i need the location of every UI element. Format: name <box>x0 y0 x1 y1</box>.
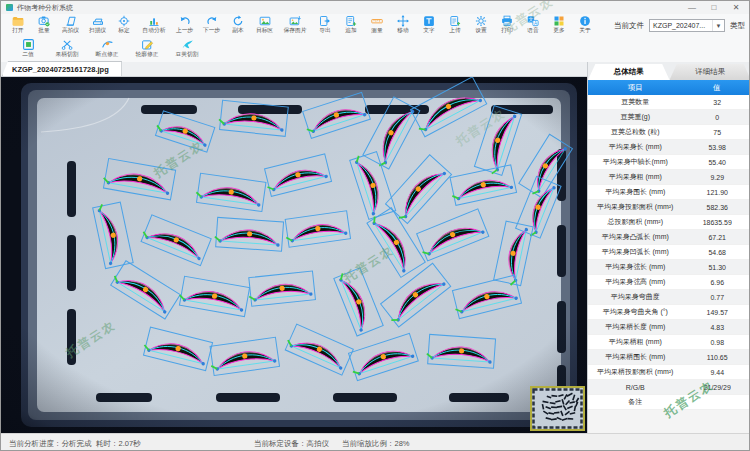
results-tab-0[interactable]: 总体结果 <box>588 64 670 80</box>
redo-icon <box>206 15 218 27</box>
results-table: 豆荚数量32豆荚重(g)0豆荚总粒数 (粒)75平均果身长 (mm)53.98平… <box>588 95 750 410</box>
results-tabs: 总体结果详细结果 <box>588 62 750 80</box>
row-item-label: 平均果柄粗 (mm) <box>591 337 679 346</box>
row-item-label: R/G/B <box>591 383 679 391</box>
toolbar-button-label: 果柄切割 <box>56 51 79 58</box>
toolbar-edit-button-0[interactable]: 二值 <box>9 38 47 59</box>
results-tab-1[interactable]: 详细结果 <box>670 64 750 80</box>
toolbar-main-button-8[interactable]: 副本 <box>225 15 251 35</box>
row-item-label: 平均果身围长 (mm) <box>591 187 679 196</box>
status-progress: 当前分析进度：分析完成 <box>9 439 92 449</box>
toolbar-main-button-15[interactable]: 文字 <box>416 15 442 35</box>
row-item-label: 平均果身弯曲度 <box>591 292 679 301</box>
toolbar-edit-button-2[interactable]: 断点修正 <box>87 38 127 59</box>
chevron-down-icon: ▼ <box>712 20 724 31</box>
toolbar-button-label: 设置 <box>475 27 486 34</box>
toolbar-main-button-17[interactable]: 设置 <box>468 15 494 35</box>
toolbar-main-button-13[interactable]: 测量 <box>364 15 390 35</box>
column-header-value: 值 <box>683 83 750 93</box>
close-button[interactable]: ✕ <box>725 1 747 14</box>
info-icon <box>579 15 591 27</box>
toolbar-edit-button-4[interactable]: 豆荚切割 <box>167 38 207 59</box>
toolbar-main-button-2[interactable]: 高拍仪 <box>57 15 84 35</box>
table-row: 平均果身弯曲度0.77 <box>588 290 750 305</box>
row-item-value: 0 <box>685 113 749 121</box>
window-title: 作物考种分析系统 <box>17 3 73 13</box>
row-item-value: 55.40 <box>685 158 749 166</box>
doc-camera-icon <box>65 15 77 27</box>
toolbar-main-button-3[interactable]: 扫描仪 <box>84 15 111 35</box>
table-row: 平均果柄粗 (mm)0.98 <box>588 335 750 350</box>
batch-camera-icon <box>38 15 50 27</box>
current-file-select[interactable]: KZGP_202407... ▼ <box>649 19 725 32</box>
table-row: 平均果身投影面积 (mm²)582.36 <box>588 200 750 215</box>
maximize-button[interactable]: □ <box>703 1 725 14</box>
table-row: 平均果身长 (mm)53.98 <box>588 140 750 155</box>
toolbar-main-button-14[interactable]: 移动 <box>390 15 416 35</box>
toolbar-main-button-20[interactable]: 更多 <box>546 15 572 35</box>
edit-toolbar: 二值果柄切割断点修正轮廓修正豆荚切割 <box>1 37 749 64</box>
table-row: 豆荚数量32 <box>588 95 750 110</box>
image-column: KZGP_20240725161728.jpg <box>1 62 587 433</box>
table-row: 豆荚总粒数 (粒)75 <box>588 125 750 140</box>
row-item-value: 0.98 <box>685 338 749 346</box>
pod-cut-icon <box>181 38 194 51</box>
main-toolbar: 打开批量高拍仪扫描仪标定自动分析上一步下一步副本目标区保存图片导出追加测量移动文… <box>1 14 749 37</box>
main-toolbar-items: 打开批量高拍仪扫描仪标定自动分析上一步下一步副本目标区保存图片导出追加测量移动文… <box>5 15 598 35</box>
document-tab[interactable]: KZGP_20240725161728.jpg <box>2 61 122 76</box>
toolbar-main-button-5[interactable]: 自动分析 <box>137 15 171 35</box>
toolbar-main-button-19[interactable]: 文A语音 <box>520 15 546 35</box>
svg-text:A: A <box>534 21 537 26</box>
title-bar: 作物考种分析系统 — □ ✕ <box>1 1 749 14</box>
toolbar-main-button-21[interactable]: 关于 <box>572 15 598 35</box>
scissors-icon <box>61 38 74 51</box>
row-item-value: 32 <box>685 98 749 106</box>
navigator-thumbnail[interactable] <box>530 386 585 431</box>
toolbar-button-label: 测量 <box>371 27 382 34</box>
toolbar-edit-button-3[interactable]: 轮廓修正 <box>127 38 167 59</box>
status-elapsed: 耗时：2.07秒 <box>96 439 141 449</box>
row-item-label: 豆荚总粒数 (粒) <box>591 127 679 136</box>
row-item-label: 平均果身长 (mm) <box>591 142 679 151</box>
row-item-value: 0.77 <box>685 293 749 301</box>
toolbar-main-button-12[interactable]: 追加 <box>338 15 364 35</box>
row-item-value: 149.57 <box>685 308 749 316</box>
toolbar-button-label: 断点修正 <box>96 51 119 58</box>
binary-icon <box>22 38 35 51</box>
scanner-icon <box>92 15 104 27</box>
toolbar-main-button-16[interactable]: 上传 <box>442 15 468 35</box>
toolbar-button-label: 二值 <box>22 51 33 58</box>
toolbar-edit-button-1[interactable]: 果柄切割 <box>47 38 87 59</box>
export-icon <box>319 15 331 27</box>
toolbar-button-label: 导出 <box>319 27 330 34</box>
table-row: 平均果柄长度 (mm)4.83 <box>588 320 750 335</box>
point-fix-icon <box>101 38 114 51</box>
minimize-button[interactable]: — <box>681 1 703 14</box>
table-row: 平均果身粗 (mm)9.29 <box>588 170 750 185</box>
row-item-value: 110.65 <box>685 353 749 361</box>
toolbar-main-button-18[interactable]: 打印 <box>494 15 520 35</box>
toolbar-main-button-7[interactable]: 下一步 <box>198 15 225 35</box>
file-controls: 当前文件 KZGP_202407... ▼ 类型 豆荚 ▼ <box>614 19 750 32</box>
toolbar-main-button-11[interactable]: 导出 <box>312 15 338 35</box>
toolbar-main-button-1[interactable]: 批量 <box>31 15 57 35</box>
toolbar-main-button-9[interactable]: 目标区 <box>251 15 278 35</box>
toolbar-main-button-0[interactable]: 打开 <box>5 15 31 35</box>
toolbar-main-button-6[interactable]: 上一步 <box>171 15 198 35</box>
table-row: 平均果身弯曲夹角 (°)149.57 <box>588 305 750 320</box>
toolbar-button-label: 自动分析 <box>143 27 166 34</box>
toolbar-button-label: 标定 <box>118 27 129 34</box>
row-item-label: 平均果身投影面积 (mm²) <box>591 202 679 211</box>
column-header-item: 项目 <box>588 83 683 93</box>
toolbar-main-button-4[interactable]: 标定 <box>111 15 137 35</box>
toolbar-main-button-10[interactable]: 保存图片 <box>278 15 312 35</box>
ruler-icon <box>371 15 383 27</box>
status-bar: 当前分析进度：分析完成 耗时：2.07秒 当前标定设备：高拍仪 当前缩放比例：2… <box>1 433 750 451</box>
toolbar-button-label: 移动 <box>397 27 408 34</box>
image-region-icon <box>259 15 271 27</box>
refresh-icon <box>232 15 244 27</box>
image-canvas[interactable] <box>1 77 587 433</box>
table-row: 豆荚重(g)0 <box>588 110 750 125</box>
doc-add-icon <box>345 15 357 27</box>
toolbar-button-label: 更多 <box>553 27 564 34</box>
